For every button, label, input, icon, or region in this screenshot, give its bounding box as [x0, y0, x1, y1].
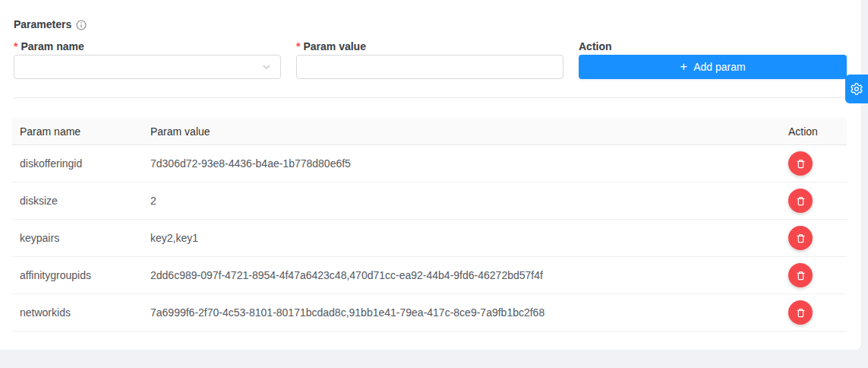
table-row: disksize 2 — [12, 182, 847, 220]
table-row: diskofferingid 7d306d72-93e8-4436-b4ae-1… — [12, 145, 847, 182]
table-header-param-name: Param name — [12, 125, 150, 138]
settings-drawer-button[interactable] — [845, 75, 868, 103]
delete-param-button[interactable] — [788, 263, 813, 287]
param-name-cell: affinitygroupids — [12, 269, 150, 281]
required-asterisk: * — [296, 40, 300, 52]
required-asterisk: * — [14, 40, 17, 52]
table-row: networkids 7a6999f6-2f70-4c53-8101-80171… — [12, 294, 847, 332]
table-row: keypairs key2,key1 — [12, 220, 847, 257]
param-name-cell: keypairs — [12, 232, 150, 244]
table-header-row: Param name Param value Action — [12, 118, 847, 145]
param-name-select[interactable] — [14, 55, 281, 79]
section-heading: Parameters — [14, 18, 87, 30]
delete-param-button[interactable] — [788, 189, 813, 213]
gear-icon — [850, 82, 863, 96]
trash-icon — [795, 307, 806, 319]
trash-icon — [795, 195, 806, 207]
params-table: Param name Param value Action diskofferi… — [12, 118, 847, 332]
param-value-cell: 7d306d72-93e8-4436-b4ae-1b778d80e6f5 — [150, 157, 776, 170]
add-param-button[interactable]: + Add param — [579, 55, 847, 79]
delete-param-button[interactable] — [788, 151, 813, 176]
action-label: Action — [579, 40, 612, 52]
table-header-param-value: Param value — [150, 125, 776, 138]
param-value-label: *Param value — [296, 40, 366, 52]
delete-param-button[interactable] — [788, 300, 813, 325]
param-value-cell: 7a6999f6-2f70-4c53-8101-80171bcdad8c,91b… — [150, 306, 776, 319]
param-value-cell: 2 — [150, 195, 776, 207]
param-name-cell: diskofferingid — [12, 157, 150, 170]
parameters-card: Parameters *Param name *Param value Acti… — [0, 0, 862, 350]
param-name-cell: networkids — [12, 306, 150, 319]
plus-icon: + — [680, 60, 687, 73]
table-header-action: Action — [776, 125, 847, 138]
divider — [14, 97, 847, 98]
info-icon[interactable] — [76, 20, 87, 30]
trash-icon — [795, 233, 806, 244]
param-value-cell: key2,key1 — [150, 232, 776, 244]
table-row: affinitygroupids 2dd6c989-097f-4721-8954… — [12, 257, 847, 294]
param-name-label: *Param name — [14, 40, 84, 52]
trash-icon — [795, 270, 806, 281]
trash-icon — [795, 158, 806, 170]
chevron-down-icon — [262, 62, 271, 71]
page-title: Parameters — [14, 18, 71, 30]
param-value-input[interactable] — [296, 55, 563, 79]
add-param-button-label: Add param — [693, 61, 745, 73]
param-value-cell: 2dd6c989-097f-4721-8954-4f47a6423c48,470… — [150, 269, 776, 281]
page: { "page": { "title": "Parameters", "colo… — [0, 0, 868, 368]
param-name-cell: disksize — [12, 195, 150, 207]
delete-param-button[interactable] — [788, 226, 813, 250]
